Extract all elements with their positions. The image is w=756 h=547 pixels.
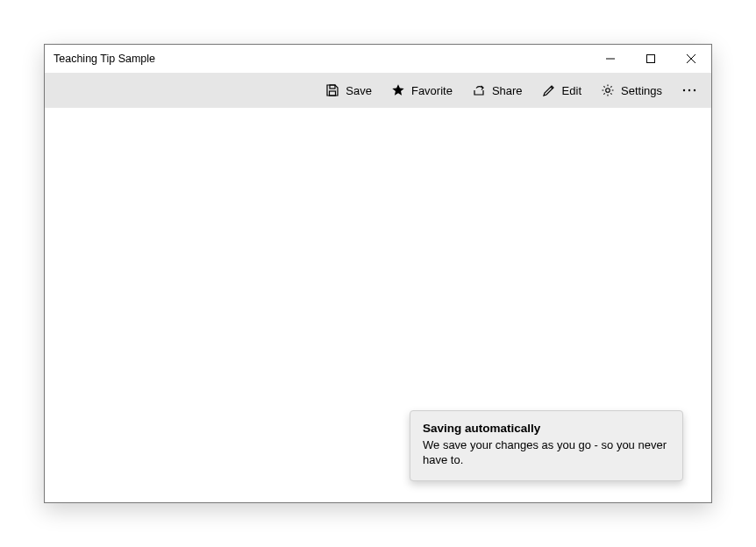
share-button[interactable]: Share <box>463 75 531 106</box>
app-window: Teaching Tip Sample Save <box>44 44 712 503</box>
content-area: Saving automatically We save your change… <box>45 108 711 502</box>
svg-point-7 <box>606 89 610 93</box>
maximize-icon <box>645 53 656 64</box>
favorite-label: Favorite <box>411 84 453 97</box>
settings-button[interactable]: Settings <box>592 75 671 106</box>
window-controls <box>590 45 711 73</box>
svg-point-9 <box>688 89 690 91</box>
favorite-button[interactable]: Favorite <box>382 75 461 106</box>
teaching-tip: Saving automatically We save your change… <box>410 410 683 481</box>
minimize-button[interactable] <box>590 45 631 73</box>
gear-icon <box>601 83 615 97</box>
svg-point-8 <box>683 89 685 91</box>
save-button[interactable]: Save <box>317 75 381 106</box>
more-button[interactable] <box>673 75 706 106</box>
titlebar: Teaching Tip Sample <box>45 45 711 73</box>
edit-label: Edit <box>562 84 581 97</box>
share-icon <box>472 83 486 97</box>
edit-button[interactable]: Edit <box>533 75 590 106</box>
close-icon <box>686 53 696 64</box>
maximize-button[interactable] <box>631 45 671 73</box>
save-label: Save <box>346 84 372 97</box>
save-icon <box>325 83 339 97</box>
star-icon <box>391 83 405 97</box>
command-bar: Save Favorite Share Edit <box>45 73 711 108</box>
close-button[interactable] <box>671 45 711 73</box>
teaching-tip-body: We save your changes as you go - so you … <box>423 437 670 468</box>
svg-rect-4 <box>330 91 336 96</box>
teaching-tip-title: Saving automatically <box>423 422 670 435</box>
svg-point-10 <box>694 89 695 91</box>
svg-rect-1 <box>647 55 655 63</box>
edit-icon <box>542 83 556 97</box>
share-label: Share <box>492 84 523 97</box>
more-icon <box>681 83 697 97</box>
window-title: Teaching Tip Sample <box>53 53 590 65</box>
svg-rect-5 <box>330 85 335 89</box>
settings-label: Settings <box>621 84 662 97</box>
minimize-icon <box>605 53 616 64</box>
